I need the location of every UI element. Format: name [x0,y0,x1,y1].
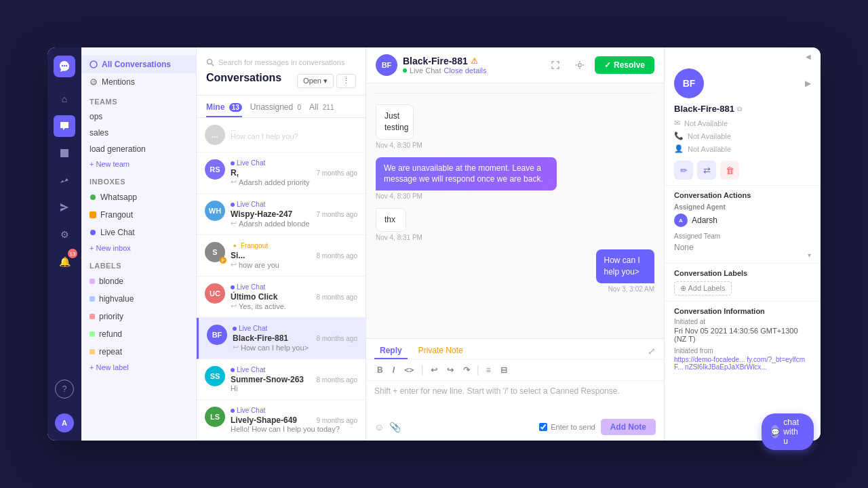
settings-nav-icon[interactable]: ⚙ [54,224,75,245]
list-item[interactable]: UC Live Chat Último Click 8 months ago ↩… [197,277,366,318]
reports-nav-icon[interactable] [54,169,75,191]
bell-icon[interactable]: 🔔 13 [54,251,75,272]
svg-rect-3 [60,149,68,157]
list-item[interactable]: BF Live Chat Black-Fire-881 8 months ago… [197,318,366,359]
phone-icon: 📞 [674,131,684,140]
add-labels-button[interactable]: ⊕ Add Labels [674,281,732,296]
list-item[interactable]: S F 🔸 Frangout Si... 8 months ago ↩ how … [197,235,366,277]
label-refund[interactable]: refund [81,325,196,343]
chat-nav-icon[interactable] [54,115,75,137]
send-button[interactable]: Add Note [601,419,656,435]
home-icon[interactable]: ⌂ [54,88,75,110]
msg-row: Just testing Nov 4, 8:30 PM [376,104,654,149]
label-blonde[interactable]: blonde [81,272,196,290]
msg-bubble: thx [376,208,406,232]
close-details-link[interactable]: Close details [443,66,486,75]
initiated-from-url[interactable]: https://demo-focalede... fy.com/?_bt=eyl… [674,356,811,371]
tab-mine[interactable]: Mine 13 [206,100,242,117]
attachment-icon[interactable]: 📎 [389,422,401,432]
live-status-dot [403,68,407,73]
icon-sidebar: ⌂ ⚙ 🔔 13 ? A [47,47,81,441]
list-item[interactable]: ... ... How can I help you? [197,118,366,152]
all-conversations-link[interactable]: All Conversations [81,56,196,73]
assigned-team-label: Assigned Team [674,232,811,240]
composer-area[interactable]: Shift + enter for new line. Start with '… [366,381,664,415]
list-button[interactable]: ≡ [484,364,494,376]
user-avatar[interactable]: A [55,413,74,432]
conv-preview: ↩ Adarsh added blonde [231,219,357,228]
conversations-title: Conversations [206,72,281,84]
conv-tabs: Mine 13 Unassigned 0 All 211 [197,96,366,118]
inbox-live-chat[interactable]: Live Chat [81,224,196,241]
tab-mine-label: Mine [206,102,224,112]
filter-open-button[interactable]: Open ▾ [297,74,334,88]
forward-button[interactable]: ↷ [460,364,473,376]
edit-contact-button[interactable]: ✏ [674,161,693,180]
inbox-live-chat-label: Live Chat [100,228,135,237]
label-repeat[interactable]: repeat [81,343,196,361]
copy-icon[interactable]: ⧉ [737,105,742,113]
search-bar[interactable]: Search for messages in conversations [206,56,356,72]
tab-unassigned[interactable]: Unassigned 0 [250,100,301,117]
conv-name: Wispy-Haze-247 [231,209,292,219]
delete-contact-button[interactable]: 🗑 [720,161,739,180]
conv-name: Si... [231,251,245,260]
labels-header: Labels [81,255,196,272]
expand-icon-button[interactable] [546,56,565,75]
label-highvalue-text: highvalue [99,294,134,304]
undo-button[interactable]: ↩ [428,364,440,376]
team-ops[interactable]: ops [81,108,196,125]
bold-button[interactable]: B [374,364,386,376]
list-item[interactable]: LS Live Chat Lively-Shape-649 9 months a… [197,400,366,441]
redo-button[interactable]: ↪ [444,364,456,376]
mentions-link[interactable]: @ Mentions [81,73,196,91]
composer-tabs: Reply Private Note ⤢ [366,339,664,360]
filter-options-button[interactable]: ⋮ [336,74,356,88]
new-team-link[interactable]: + New team [81,157,196,171]
contacts-nav-icon[interactable] [54,142,75,164]
help-icon[interactable]: ? [55,380,74,399]
avatar: ... [205,125,225,145]
inbox-whatsapp[interactable]: Whatsapp [81,188,196,206]
resolve-button[interactable]: ✓ Resolve [595,56,654,74]
chat-composer: Reply Private Note ⤢ B I <> | ↩ ↪ ↷ | ≡ … [366,338,664,441]
new-label-link[interactable]: + New label [81,361,196,374]
agent-name: Adarsh [692,216,717,225]
conv-time: 8 months ago [316,293,357,301]
panel-chevron-icon[interactable]: ▶ [805,79,811,88]
chat-widget[interactable]: 💬 chat with u [762,413,814,450]
collapse-team-icon[interactable]: ▾ [808,251,811,259]
inbox-whatsapp-label: Whatsapp [100,192,137,202]
email-icon: ✉ [674,119,680,127]
merge-contact-button[interactable]: ⇄ [697,161,716,180]
emoji-icon[interactable]: ☺ [374,422,384,432]
settings-icon-button[interactable] [570,56,589,75]
expand-composer-icon[interactable]: ⤢ [648,346,656,357]
team-sales[interactable]: sales [81,125,196,141]
italic-button[interactable]: I [390,364,397,376]
msg-bubble-agent: How can I help you> [596,249,655,283]
rp-email-row: ✉ Not Available [665,117,821,129]
tab-all[interactable]: All 211 [309,100,334,117]
list-item[interactable]: SS Live Chat Summer-Snow-263 8 months ag… [197,359,366,400]
reply-tab[interactable]: Reply [374,343,408,359]
inbox-frangout[interactable]: Frangout [81,206,196,224]
team-load-generation[interactable]: load generation [81,141,196,157]
label-priority[interactable]: priority [81,308,196,325]
conv-name: Lively-Shape-649 [231,415,297,425]
conv-source: Live Chat [231,201,357,208]
ordered-list-button[interactable]: ⊟ [498,364,510,376]
list-item[interactable]: RS Live Chat R, 7 months ago ↩ Adarsh ad… [197,152,366,194]
code-button[interactable]: <> [401,364,416,376]
conv-preview: Hello! How can I help you today? [231,425,357,433]
send-nav-icon[interactable] [54,197,75,218]
enter-send-checkbox[interactable] [539,423,547,431]
composer-footer: ☺ 📎 Enter to send Add Note [366,415,664,441]
list-item[interactable]: WH Live Chat Wispy-Haze-247 7 months ago… [197,194,366,235]
conv-source: Live Chat [231,283,357,291]
new-inbox-link[interactable]: + New inbox [81,241,196,255]
label-highvalue[interactable]: highvalue [81,290,196,308]
chat-header-actions: ✓ Resolve [546,56,654,75]
expand-panel-toggle[interactable]: ◀ [665,47,821,60]
private-note-tab[interactable]: Private Note [413,343,469,359]
